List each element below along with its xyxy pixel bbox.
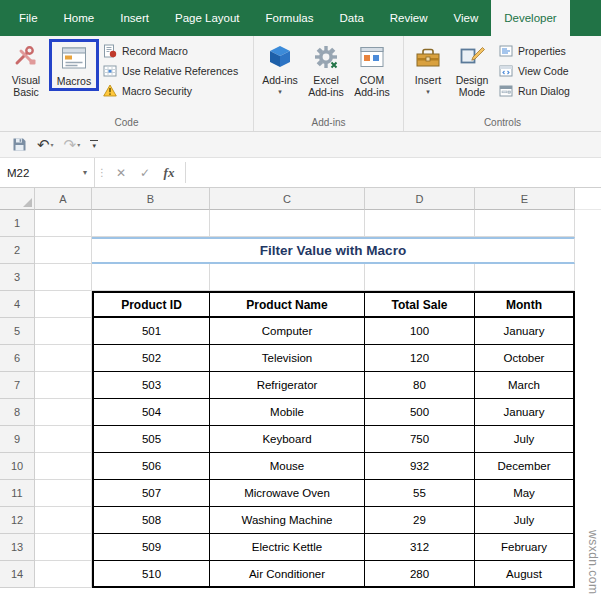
save-button[interactable] xyxy=(12,137,27,152)
tab-insert[interactable]: Insert xyxy=(107,0,162,36)
row-header-14[interactable]: 14 xyxy=(0,561,35,588)
cell-A9[interactable] xyxy=(35,426,92,453)
visual-basic-button[interactable]: Visual Basic xyxy=(3,39,49,100)
cell-A1[interactable] xyxy=(35,210,92,237)
cell-C3[interactable] xyxy=(210,264,365,291)
cell-A8[interactable] xyxy=(35,399,92,426)
cell[interactable]: 508 xyxy=(92,507,210,534)
column-header-B[interactable]: B xyxy=(92,188,210,210)
cell[interactable]: 506 xyxy=(92,453,210,480)
column-header-A[interactable]: A xyxy=(35,188,92,210)
cell[interactable]: February xyxy=(475,534,575,561)
tab-developer[interactable]: Developer xyxy=(491,0,569,36)
cell-A13[interactable] xyxy=(35,534,92,561)
insert-function-button[interactable]: fx xyxy=(157,158,181,187)
cell[interactable]: 80 xyxy=(365,372,475,399)
excel-add-ins-button[interactable]: Excel Add-ins xyxy=(303,39,349,100)
use-relative-references-button[interactable]: Use Relative References xyxy=(103,64,238,78)
row-header-6[interactable]: 6 xyxy=(0,345,35,372)
redo-button[interactable]: ↷ ▾ xyxy=(64,137,81,152)
cell[interactable]: July xyxy=(475,507,575,534)
cell-A5[interactable] xyxy=(35,318,92,345)
cell-A14[interactable] xyxy=(35,561,92,588)
cell[interactable]: 120 xyxy=(365,345,475,372)
row-header-9[interactable]: 9 xyxy=(0,426,35,453)
cell-B1[interactable] xyxy=(92,210,210,237)
tab-home[interactable]: Home xyxy=(51,0,108,36)
tab-formulas[interactable]: Formulas xyxy=(253,0,327,36)
row-header-4[interactable]: 4 xyxy=(0,291,35,318)
cell-A4[interactable] xyxy=(35,291,92,318)
row-header-7[interactable]: 7 xyxy=(0,372,35,399)
row-header-10[interactable]: 10 xyxy=(0,453,35,480)
cell-E1[interactable] xyxy=(475,210,575,237)
tab-file[interactable]: File xyxy=(6,0,51,36)
row-header-2[interactable]: 2 xyxy=(0,237,35,264)
cell-D1[interactable] xyxy=(365,210,475,237)
record-macro-button[interactable]: Record Macro xyxy=(103,44,238,58)
cell[interactable]: 100 xyxy=(365,318,475,345)
cell[interactable]: January xyxy=(475,318,575,345)
cell[interactable]: 750 xyxy=(365,426,475,453)
view-code-button[interactable]: View Code xyxy=(499,64,570,78)
cell[interactable]: Mobile xyxy=(210,399,365,426)
tab-data[interactable]: Data xyxy=(327,0,377,36)
cell[interactable]: Air Conditioner xyxy=(210,561,365,588)
cell-A12[interactable] xyxy=(35,507,92,534)
cell-C1[interactable] xyxy=(210,210,365,237)
table-header-month[interactable]: Month xyxy=(475,291,575,318)
insert-control-button[interactable]: Insert ▾ xyxy=(407,39,449,97)
row-header-11[interactable]: 11 xyxy=(0,480,35,507)
cell[interactable]: May xyxy=(475,480,575,507)
select-all-corner[interactable] xyxy=(0,188,35,210)
properties-button[interactable]: Properties xyxy=(499,44,570,58)
column-header-C[interactable]: C xyxy=(210,188,365,210)
row-header-3[interactable]: 3 xyxy=(0,264,35,291)
cell[interactable]: 501 xyxy=(92,318,210,345)
cell-A7[interactable] xyxy=(35,372,92,399)
row-header-1[interactable]: 1 xyxy=(0,210,35,237)
cell-A11[interactable] xyxy=(35,480,92,507)
run-dialog-button[interactable]: Run Dialog xyxy=(499,84,570,98)
cell[interactable]: Washing Machine xyxy=(210,507,365,534)
tab-review[interactable]: Review xyxy=(377,0,441,36)
cell[interactable]: Mouse xyxy=(210,453,365,480)
cell[interactable]: 503 xyxy=(92,372,210,399)
com-add-ins-button[interactable]: COM Add-ins xyxy=(349,39,395,100)
cell[interactable]: 505 xyxy=(92,426,210,453)
table-header-product-name[interactable]: Product Name xyxy=(210,291,365,318)
column-header-D[interactable]: D xyxy=(365,188,475,210)
undo-button[interactable]: ↶ ▾ xyxy=(37,137,54,152)
formula-input[interactable] xyxy=(190,158,601,187)
cell-E3[interactable] xyxy=(475,264,575,291)
cell[interactable]: 932 xyxy=(365,453,475,480)
cell[interactable]: 507 xyxy=(92,480,210,507)
cell[interactable]: Refrigerator xyxy=(210,372,365,399)
tab-page-layout[interactable]: Page Layout xyxy=(162,0,253,36)
cell[interactable]: July xyxy=(475,426,575,453)
tab-view[interactable]: View xyxy=(441,0,492,36)
row-header-13[interactable]: 13 xyxy=(0,534,35,561)
add-ins-button[interactable]: Add-ins ▾ xyxy=(257,39,303,97)
cell[interactable]: Computer xyxy=(210,318,365,345)
cell-B3[interactable] xyxy=(92,264,210,291)
cell[interactable]: 500 xyxy=(365,399,475,426)
cell-D3[interactable] xyxy=(365,264,475,291)
cell[interactable]: Microwave Oven xyxy=(210,480,365,507)
cell[interactable]: 504 xyxy=(92,399,210,426)
column-header-E[interactable]: E xyxy=(475,188,575,210)
cell[interactable]: December xyxy=(475,453,575,480)
cell[interactable]: 510 xyxy=(92,561,210,588)
cell[interactable]: 312 xyxy=(365,534,475,561)
cell[interactable]: March xyxy=(475,372,575,399)
macro-security-button[interactable]: Macro Security xyxy=(103,84,238,97)
cell[interactable]: Keyboard xyxy=(210,426,365,453)
macros-button[interactable]: Macros xyxy=(49,39,99,91)
cell[interactable]: 29 xyxy=(365,507,475,534)
row-header-5[interactable]: 5 xyxy=(0,318,35,345)
cell[interactable]: January xyxy=(475,399,575,426)
cell[interactable]: Television xyxy=(210,345,365,372)
cell[interactable]: 55 xyxy=(365,480,475,507)
design-mode-button[interactable]: Design Mode xyxy=(449,39,495,100)
table-header-total-sale[interactable]: Total Sale xyxy=(365,291,475,318)
